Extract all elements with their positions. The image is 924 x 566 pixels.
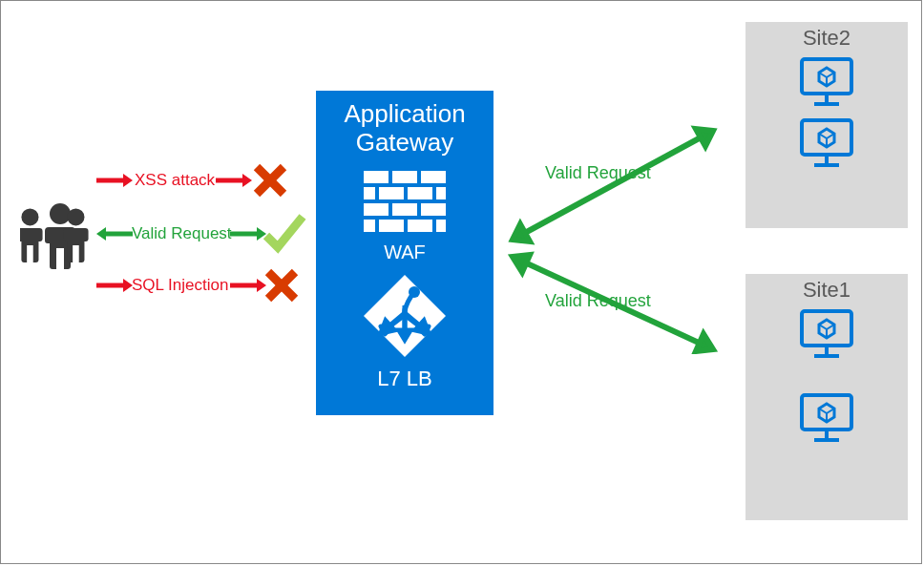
- svg-rect-19: [364, 171, 388, 183]
- gateway-title-line1: Application: [344, 99, 465, 128]
- waf-label: WAF: [316, 241, 494, 263]
- svg-rect-25: [436, 187, 446, 199]
- svg-rect-30: [379, 220, 404, 232]
- users-icon: [20, 200, 100, 271]
- svg-point-0: [50, 203, 71, 224]
- outbound-arrows: [494, 106, 742, 358]
- svg-marker-6: [242, 174, 252, 187]
- vm-icon: [799, 392, 854, 444]
- sqli-reject-icon: [264, 268, 299, 306]
- svg-rect-31: [408, 220, 432, 232]
- xss-reject-icon: [253, 163, 287, 201]
- svg-line-45: [513, 131, 713, 240]
- svg-rect-27: [392, 203, 417, 216]
- site1-box: Site1: [746, 274, 908, 520]
- svg-point-2: [67, 208, 84, 225]
- svg-marker-4: [123, 174, 133, 187]
- svg-marker-49: [696, 334, 713, 351]
- vm-icon: [799, 117, 854, 169]
- firewall-icon: [364, 171, 446, 236]
- load-balancer-icon: [362, 273, 448, 363]
- valid-request-label: Valid Request: [132, 224, 232, 243]
- svg-marker-50: [513, 255, 530, 272]
- svg-rect-26: [364, 203, 388, 216]
- l7-lb-label: L7 LB: [316, 367, 494, 391]
- gateway-title-line2: Gateway: [356, 128, 454, 157]
- svg-rect-29: [364, 220, 375, 232]
- svg-rect-23: [379, 187, 404, 199]
- valid-arrow-left: [96, 226, 133, 245]
- svg-rect-28: [421, 203, 446, 216]
- svg-rect-24: [408, 187, 432, 199]
- svg-rect-22: [364, 187, 375, 199]
- sqli-arrow-left: [96, 278, 133, 297]
- gateway-title: Application Gateway: [316, 100, 494, 157]
- sqli-arrow-right: [230, 278, 266, 297]
- svg-marker-46: [696, 129, 713, 146]
- outbound-valid-bottom: Valid Request: [545, 291, 651, 311]
- valid-check-icon: [261, 209, 306, 259]
- xss-arrow-left: [96, 173, 133, 192]
- site2-title: Site2: [746, 26, 908, 51]
- outbound-valid-top: Valid Request: [545, 163, 651, 183]
- vm-icon: [799, 56, 854, 108]
- svg-rect-20: [392, 171, 417, 183]
- application-gateway-box: Application Gateway: [316, 91, 494, 415]
- sql-injection-label: SQL Injection: [132, 276, 228, 295]
- svg-rect-21: [421, 171, 446, 183]
- diagram-canvas: XSS attack Valid Request SQL Injection: [0, 0, 922, 564]
- svg-marker-47: [513, 224, 530, 241]
- svg-point-1: [21, 208, 38, 225]
- svg-rect-32: [436, 220, 446, 232]
- xss-arrow-right: [216, 173, 252, 192]
- xss-attack-label: XSS attack: [135, 171, 215, 190]
- vm-icon: [799, 308, 854, 360]
- site2-box: Site2: [746, 22, 908, 228]
- site1-title: Site1: [746, 278, 908, 303]
